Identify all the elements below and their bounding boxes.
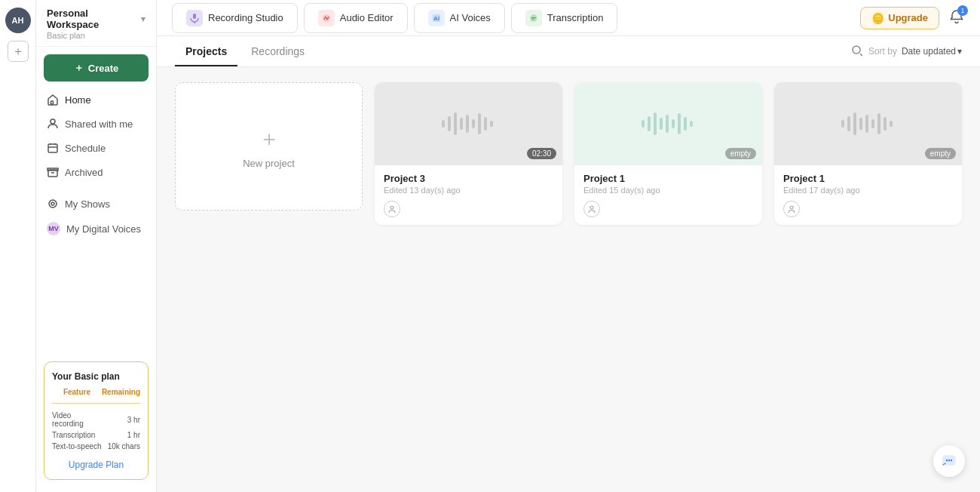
sidebar-item-myshows[interactable]: My Shows: [36, 192, 156, 216]
plan-row-transcription-feature: Transcription: [52, 429, 102, 441]
svg-rect-25: [660, 118, 663, 130]
svg-rect-13: [448, 116, 451, 131]
svg-rect-40: [890, 121, 893, 127]
svg-point-43: [946, 460, 948, 461]
notif-badge: 1: [957, 5, 968, 16]
project-card-0[interactable]: 02:30 Project 3 Edited 13 day(s) ago: [375, 82, 562, 225]
svg-rect-36: [865, 115, 868, 133]
svg-rect-19: [484, 117, 487, 131]
svg-rect-18: [478, 113, 481, 134]
plan-row-video-feature: Video recording: [52, 410, 102, 429]
archived-icon: [47, 166, 59, 178]
sidebar: Personal Workspace ▾ Basic plan ＋ Create…: [36, 0, 157, 492]
create-button[interactable]: ＋ Create: [44, 54, 149, 81]
left-strip: AH ＋: [0, 0, 36, 492]
plan-row-transcription-remaining: 1 hr: [102, 429, 140, 441]
plan-table: Feature Remaining Video recording 3 hr T…: [52, 388, 140, 452]
svg-point-41: [790, 206, 793, 209]
plan-row-tts-feature: Text-to-speech: [52, 441, 102, 452]
plan-row-tts: Text-to-speech 10k chars: [52, 441, 140, 452]
myshows-icon: [47, 198, 59, 210]
myshows-label: My Shows: [65, 198, 110, 210]
sort-bar: Sort by Date updated ▾: [850, 44, 962, 60]
card-date-1: Edited 15 day(s) ago: [583, 186, 753, 195]
sidebar-item-schedule[interactable]: Schedule: [36, 136, 156, 160]
card-badge-1: empty: [725, 148, 756, 159]
svg-rect-26: [666, 115, 669, 133]
search-button[interactable]: [850, 44, 864, 60]
card-badge-0: 02:30: [527, 148, 556, 159]
nav-section-2: My Shows MV My Digital Voices: [36, 192, 156, 241]
card-avatar-icon-2: [783, 201, 800, 217]
digital-icon: MV: [47, 222, 60, 235]
transcription-button[interactable]: Transcription: [511, 3, 618, 33]
sidebar-item-home[interactable]: Home: [36, 88, 156, 112]
plan-feature-col: Feature: [52, 388, 102, 399]
sidebar-item-digital[interactable]: MV My Digital Voices: [36, 216, 156, 241]
card-date-0: Edited 13 day(s) ago: [384, 186, 553, 195]
recording-studio-button[interactable]: Recording Studio: [172, 3, 298, 33]
card-badge-2: empty: [925, 148, 956, 159]
project-card-2[interactable]: empty Project 1 Edited 17 day(s) ago: [774, 82, 962, 225]
plan-row-tts-remaining: 10k chars: [102, 441, 140, 452]
chat-icon: [942, 454, 957, 469]
chat-button[interactable]: [933, 445, 965, 477]
waveform-icon: [639, 109, 699, 139]
projects-grid: ＋ New project: [157, 67, 980, 240]
new-project-card[interactable]: ＋ New project: [175, 82, 363, 211]
card-info-0: Project 3 Edited 13 day(s) ago: [375, 165, 562, 225]
svg-rect-24: [654, 112, 657, 135]
svg-rect-28: [678, 113, 681, 134]
avatar[interactable]: AH: [5, 8, 31, 33]
project-card-1[interactable]: empty Project 1 Edited 15 day(s) ago: [574, 82, 762, 225]
workspace-chevron-icon[interactable]: ▾: [141, 14, 145, 24]
upgrade-button[interactable]: 🪙 Upgrade: [860, 7, 939, 29]
plan-row-video-remaining: 3 hr: [102, 410, 140, 429]
plan-row-transcription: Transcription 1 hr: [52, 429, 140, 441]
svg-rect-32: [841, 120, 844, 128]
ai-voices-label: AI Voices: [450, 12, 491, 23]
svg-rect-23: [648, 116, 651, 131]
main-area: Recording Studio Audio Editor AI AI Voic…: [157, 0, 980, 492]
svg-point-21: [390, 206, 394, 209]
notification-button[interactable]: 1: [948, 8, 965, 28]
home-label: Home: [65, 94, 91, 106]
card-avatar-0: [384, 201, 553, 217]
svg-point-31: [590, 206, 593, 209]
sort-value[interactable]: Date updated ▾: [902, 46, 962, 57]
transcription-icon: [525, 10, 542, 26]
svg-rect-22: [642, 120, 645, 128]
new-project-label: New project: [243, 158, 295, 169]
create-label: Create: [88, 63, 118, 74]
svg-rect-17: [472, 119, 475, 128]
top-bar: Recording Studio Audio Editor AI AI Voic…: [157, 0, 980, 36]
home-icon: [47, 94, 59, 106]
tab-recordings[interactable]: Recordings: [240, 36, 315, 66]
sidebar-item-archived[interactable]: Archived: [36, 160, 156, 184]
card-info-2: Project 1 Edited 17 day(s) ago: [774, 165, 962, 225]
svg-point-5: [51, 202, 54, 205]
svg-rect-37: [871, 119, 874, 128]
ai-voices-button[interactable]: AI AI Voices: [414, 3, 505, 33]
svg-rect-12: [442, 120, 445, 128]
svg-text:AI: AI: [433, 15, 439, 22]
shared-icon: [47, 118, 59, 130]
create-plus-icon: ＋: [74, 61, 84, 75]
upgrade-plan-link[interactable]: Upgrade Plan: [52, 460, 140, 470]
audio-editor-button[interactable]: Audio Editor: [304, 3, 408, 33]
plan-title: Your Basic plan: [52, 371, 140, 382]
svg-rect-20: [490, 121, 493, 127]
svg-point-45: [951, 460, 952, 461]
sort-chevron-icon: ▾: [957, 46, 962, 57]
svg-rect-35: [859, 118, 862, 130]
svg-rect-15: [460, 118, 463, 130]
tools-bar: Recording Studio Audio Editor AI AI Voic…: [172, 3, 623, 33]
card-thumb-1: empty: [574, 82, 762, 165]
sidebar-item-shared[interactable]: Shared with me: [36, 112, 156, 136]
sidebar-bottom: Your Basic plan Feature Remaining Video …: [36, 352, 156, 492]
add-button-strip[interactable]: ＋: [8, 41, 29, 62]
svg-rect-16: [466, 115, 469, 133]
svg-rect-34: [853, 112, 856, 135]
card-avatar-icon-0: [384, 201, 400, 217]
tab-projects[interactable]: Projects: [175, 36, 237, 66]
